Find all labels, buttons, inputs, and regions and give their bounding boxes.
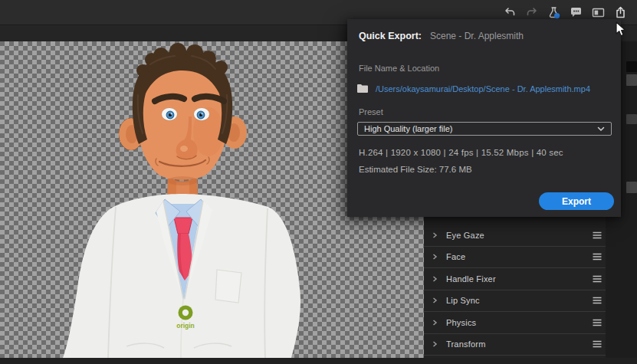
chevron-right-icon[interactable] — [432, 320, 438, 326]
export-specs: H.264 | 1920 x 1080 | 24 fps | 15.52 Mbp… — [359, 148, 563, 157]
dialog-title: Quick Export: — [359, 31, 422, 41]
hamburger-menu-icon[interactable] — [593, 319, 602, 326]
chevron-right-icon[interactable] — [432, 341, 438, 347]
dialog-scene-name: Scene - Dr. Applesmith — [430, 31, 524, 41]
behavior-row-transform[interactable]: Transform — [424, 334, 606, 356]
preset-label: Preset — [359, 107, 383, 116]
file-location-row: /Users/okaysamurai/Desktop/Scene - Dr. A… — [356, 84, 590, 93]
behavior-row-physics[interactable]: Physics — [424, 312, 606, 334]
hamburger-menu-icon[interactable] — [593, 253, 602, 261]
bottom-bar — [0, 358, 637, 364]
share-export-icon[interactable] — [614, 6, 627, 19]
edge-block — [626, 61, 637, 72]
coat-logo-text: origin — [176, 322, 195, 330]
hamburger-menu-icon[interactable] — [593, 297, 602, 304]
behavior-label: Handle Fixer — [446, 274, 593, 284]
preset-select[interactable]: High Quality (larger file) — [357, 122, 612, 136]
file-path-link[interactable]: /Users/okaysamurai/Desktop/Scene - Dr. A… — [376, 84, 590, 93]
redo-icon[interactable] — [525, 6, 538, 19]
panel-layout-icon[interactable] — [592, 6, 605, 19]
behavior-label: Face — [446, 252, 593, 261]
behavior-label: Transform — [446, 339, 593, 349]
hamburger-menu-icon[interactable] — [593, 231, 602, 239]
estimated-file-size: Estimated File Size: 77.6 MB — [359, 165, 472, 174]
chevron-down-icon — [597, 126, 605, 132]
hamburger-menu-icon[interactable] — [593, 275, 602, 283]
behaviors-list: Eye Gaze Face Handle Fixer Lip Sync Phys — [424, 225, 606, 356]
quick-export-dialog: Quick Export: Scene - Dr. Applesmith Fil… — [347, 19, 621, 217]
app-window: origin Eye Gaze Face Handle Fixer Li — [0, 0, 637, 364]
folder-icon — [356, 84, 369, 93]
beaker-icon[interactable] — [547, 6, 560, 19]
hamburger-menu-icon[interactable] — [593, 340, 602, 348]
behavior-row-eye-gaze[interactable]: Eye Gaze — [424, 225, 606, 247]
file-section-label: File Name & Location — [359, 64, 439, 73]
behavior-row-lip-sync[interactable]: Lip Sync — [424, 290, 606, 313]
behavior-row-handle-fixer[interactable]: Handle Fixer — [424, 268, 606, 290]
undo-icon[interactable] — [503, 6, 516, 19]
chevron-right-icon[interactable] — [432, 276, 438, 282]
chevron-right-icon[interactable] — [432, 254, 438, 260]
preset-value: High Quality (larger file) — [364, 124, 597, 133]
behavior-row-face[interactable]: Face — [424, 247, 606, 269]
edge-scrollbar-thumb[interactable] — [626, 74, 637, 86]
chevron-right-icon[interactable] — [432, 232, 438, 238]
edge-block — [626, 114, 637, 124]
chevron-right-icon[interactable] — [432, 297, 438, 303]
behavior-label: Physics — [446, 318, 593, 327]
behavior-label: Eye Gaze — [446, 231, 593, 240]
mouse-cursor — [614, 21, 626, 38]
comment-icon[interactable] — [570, 6, 583, 19]
behavior-label: Lip Sync — [446, 296, 593, 305]
export-button[interactable]: Export — [539, 192, 614, 210]
edge-block — [626, 182, 637, 193]
dialog-header: Quick Export: Scene - Dr. Applesmith — [359, 31, 524, 41]
